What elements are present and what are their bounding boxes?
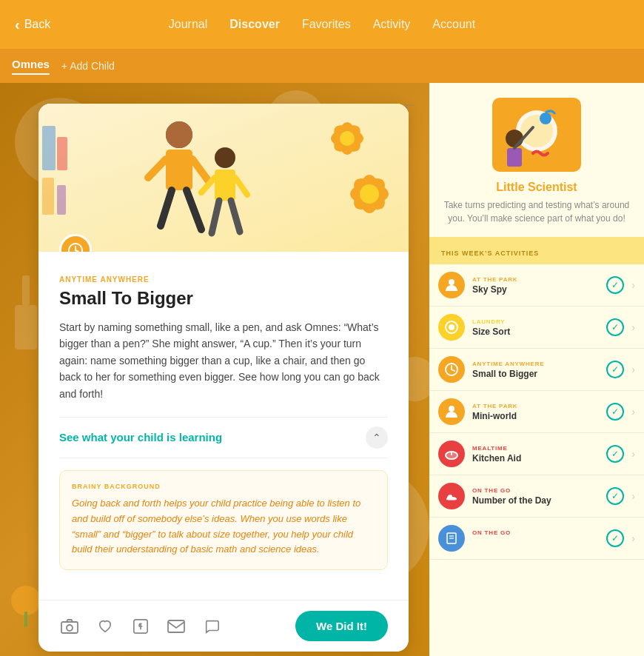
flower-decoration-1 (323, 115, 372, 163)
activity-list-item-size-sort[interactable]: LAUNDRY Size Sort ✓ › (429, 307, 644, 349)
svg-rect-58 (168, 620, 184, 632)
nav-account[interactable]: Account (432, 18, 475, 31)
activity-list-item-mini-world[interactable]: AT THE PARK Mini-world ✓ › (429, 391, 644, 433)
activity-list-item-sky-spy[interactable]: AT THE PARK Sky Spy ✓ › (429, 264, 644, 307)
sky-spy-check[interactable]: ✓ (606, 276, 624, 294)
on-the-go-7-check[interactable]: ✓ (606, 529, 624, 547)
mini-world-check[interactable]: ✓ (606, 403, 624, 421)
back-label: Back (24, 18, 51, 31)
main-area: ANYTIME ANYWHERE Small To Bigger Start b… (0, 83, 644, 656)
person-icon (444, 278, 459, 292)
activity-list-item-small-bigger[interactable]: ANYTIME ANYWHERE Small to Bigger ✓ › (429, 349, 644, 391)
nav-journal[interactable]: Journal (169, 18, 207, 31)
card-hero-image (38, 104, 409, 252)
activity-list-item-on-the-go-7[interactable]: ON THE GO ✓ › (429, 518, 644, 560)
small-bigger-icon (438, 356, 465, 383)
email-icon-button[interactable] (166, 616, 187, 637)
size-sort-info: LAUNDRY Size Sort (472, 318, 599, 337)
kitchen-aid-check[interactable]: ✓ (606, 445, 624, 463)
nav-discover[interactable]: Discover (229, 18, 280, 31)
camera-icon-button[interactable] (59, 616, 80, 637)
size-sort-tag: LAUNDRY (472, 318, 599, 325)
top-navigation: ‹ Back Journal Discover Favorites Activi… (0, 0, 644, 49)
svg-point-46 (215, 147, 235, 168)
number-day-check[interactable]: ✓ (606, 487, 624, 505)
brainy-background-box: BRAINY BACKGROUND Going back and forth h… (59, 470, 388, 570)
laundry-icon (444, 320, 459, 335)
kitchen-aid-chevron-icon: › (631, 448, 635, 460)
back-button[interactable]: ‹ Back (15, 16, 50, 33)
learning-toggle-label: See what your child is learning (59, 431, 222, 444)
mini-world-icon (438, 398, 465, 425)
nav-favorites[interactable]: Favorites (302, 18, 351, 31)
heart-icon (97, 619, 113, 634)
svg-line-51 (231, 201, 240, 232)
svg-point-71 (449, 406, 455, 412)
mealtime-icon (444, 446, 459, 461)
size-sort-icon (438, 314, 465, 341)
park-icon (444, 404, 459, 419)
svg-rect-3 (15, 305, 37, 349)
activity-tag: ANYTIME ANYWHERE (59, 275, 388, 284)
svg-point-56 (67, 625, 73, 631)
sky-spy-tag: AT THE PARK (472, 276, 599, 283)
card-actions: We Did It! (38, 600, 409, 652)
learning-toggle[interactable]: See what your child is learning ⌃ (59, 417, 388, 458)
svg-point-64 (540, 113, 551, 124)
scientist-description: Take turns predicting and testing what’s… (441, 198, 632, 225)
on-the-go-7-info: ON THE GO (472, 529, 599, 548)
number-day-chevron-icon: › (631, 490, 635, 502)
week-activities-header: THIS WEEK’S ACTIVITIES (429, 239, 644, 264)
camera-icon (61, 619, 78, 634)
scientist-illustration (492, 98, 581, 172)
small-bigger-check[interactable]: ✓ (606, 361, 624, 378)
right-panel: Little Scientist Take turns predicting a… (429, 83, 644, 656)
svg-line-41 (148, 159, 166, 178)
number-day-name: Number of the Day (472, 495, 599, 506)
child-tab-omnes[interactable]: Omnes (12, 58, 50, 75)
on-the-go-7-icon (438, 525, 465, 552)
sky-spy-name: Sky Spy (472, 284, 599, 295)
svg-rect-38 (57, 185, 66, 215)
learning-toggle-chevron[interactable]: ⌃ (366, 426, 388, 449)
mini-world-chevron-icon: › (631, 406, 635, 418)
activity-card: ANYTIME ANYWHERE Small To Bigger Start b… (38, 104, 409, 652)
brainy-text: Going back and forth helps your child pr… (72, 496, 375, 558)
svg-rect-36 (57, 137, 67, 170)
size-sort-name: Size Sort (472, 327, 599, 337)
comment-icon (204, 618, 220, 635)
svg-point-61 (506, 130, 523, 147)
activity-list-item-number-day[interactable]: ON THE GO Number of the Day ✓ › (429, 475, 644, 518)
svg-line-48 (201, 178, 215, 193)
svg-line-49 (235, 178, 247, 195)
add-child-button[interactable]: + Add Child (61, 60, 115, 72)
size-sort-check[interactable]: ✓ (606, 318, 624, 336)
facebook-icon-button[interactable] (130, 616, 151, 637)
svg-rect-24 (24, 612, 27, 626)
flower-decoration-2 (338, 163, 401, 226)
activity-list-item-kitchen-aid[interactable]: MEALTIME Kitchen Aid ✓ › (429, 433, 644, 475)
chevron-up-icon: ⌃ (372, 432, 381, 444)
svg-rect-40 (166, 150, 192, 190)
we-did-it-button[interactable]: We Did It! (295, 611, 388, 641)
clock-small-icon (444, 362, 459, 377)
activity-description: Start by naming something small, like a … (59, 319, 388, 402)
comment-icon-button[interactable] (201, 616, 222, 637)
svg-line-43 (161, 190, 172, 226)
scientist-image (492, 98, 581, 172)
kitchen-aid-info: MEALTIME Kitchen Aid (472, 445, 599, 463)
nav-activity[interactable]: Activity (373, 18, 411, 31)
facebook-icon (133, 618, 149, 635)
mini-world-info: AT THE PARK Mini-world (472, 403, 599, 421)
hero-child-figure (194, 144, 261, 248)
week-header-text: THIS WEEK’S ACTIVITIES (441, 250, 539, 257)
number-day-tag: ON THE GO (472, 487, 599, 494)
svg-point-67 (449, 324, 455, 330)
kitchen-aid-name: Kitchen Aid (472, 453, 599, 463)
heart-icon-button[interactable] (95, 616, 115, 637)
scientist-name: Little Scientist (496, 181, 577, 194)
number-day-info: ON THE GO Number of the Day (472, 487, 599, 506)
svg-rect-35 (42, 126, 56, 170)
svg-point-65 (449, 279, 455, 285)
mini-world-tag: AT THE PARK (472, 403, 599, 409)
